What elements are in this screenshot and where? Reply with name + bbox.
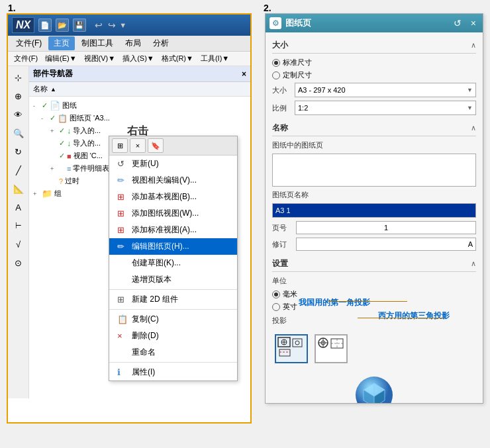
menu-analysis[interactable]: 分析 (148, 36, 174, 50)
section-name-title: 名称 (272, 122, 288, 134)
unit-mm-radio[interactable] (272, 291, 280, 298)
nav-item-sheet[interactable]: - ✓ 📋 图纸页 'A3... (32, 112, 248, 124)
section-size-header[interactable]: 大小 ∧ (272, 38, 476, 54)
sub-view[interactable]: 视图(V)▼ (81, 53, 119, 64)
dim-tool[interactable]: ⊢ (10, 217, 27, 234)
save-icon[interactable]: 💾 (73, 19, 86, 32)
ctx-item-rename[interactable]: 重命名 (109, 344, 237, 361)
expand-sheet: - (41, 115, 48, 122)
drawing-close-btn[interactable]: × (468, 18, 479, 28)
label-group: 组 (54, 189, 62, 199)
text-tool[interactable]: A (10, 199, 27, 216)
radio-standard-row: 标准尺寸 (272, 58, 476, 67)
redo-btn[interactable]: ↪ (106, 19, 118, 31)
ctx-item-create-sketch[interactable]: 创建草图(K)... (109, 255, 237, 271)
sheet-name-input[interactable]: A3 1 (272, 203, 476, 218)
size-select-value: A3 - 297 x 420 (298, 86, 346, 94)
ctx-label-new-2d: 新建 2D 组件 (132, 294, 178, 305)
nx-submenubar: 文件(F) 编辑(E)▼ 视图(V)▼ 插入(S)▼ 格式(R)▼ 工具(I)▼ (8, 52, 250, 66)
ctx-icon-update: ↺ (117, 159, 128, 169)
ctx-sep3 (109, 362, 237, 363)
ctx-item-update[interactable]: ↺ 更新(U) (109, 156, 237, 172)
nx-titlebar: NX 📄 📂 💾 ↩ ↪ ▼ (8, 15, 250, 36)
drawing-title-text: 图纸页 (285, 17, 447, 29)
context-menu: ⊞ × 🔖 ↺ 更新(U) ✏ 视图相关编辑(V)... ⊞ 添加基本视图(B)… (109, 136, 238, 381)
projection-label: 投影 (272, 316, 287, 326)
snap-tool[interactable]: ⊕ (10, 87, 27, 105)
sort-arrow: ▲ (50, 86, 56, 93)
icon-bom: ≡ (67, 165, 71, 173)
annotation-third-angle: 西方用的第三角投影 (378, 310, 450, 322)
section-settings-header[interactable]: 设置 ∧ (272, 256, 476, 272)
ctx-item-add-base-view[interactable]: ⊞ 添加基本视图(B)... (109, 189, 237, 205)
drawing-name-input[interactable] (272, 154, 476, 187)
section-size-title: 大小 (272, 40, 288, 51)
radio-custom-row: 定制尺寸 (272, 70, 476, 80)
proj-third-angle[interactable] (315, 334, 348, 363)
scale-form-row: 比例 1:2 ▼ (272, 101, 476, 115)
sub-tools[interactable]: 工具(I)▼ (197, 53, 232, 64)
undo-btn[interactable]: ↩ (93, 19, 105, 31)
sub-file[interactable]: 文件(F) (11, 53, 41, 64)
ctx-item-properties[interactable]: ℹ 属性(I) (109, 364, 237, 381)
radio-custom-label: 定制尺寸 (283, 70, 312, 80)
ctx-toolbar: ⊞ × 🔖 (109, 136, 237, 156)
radio-custom[interactable] (272, 71, 280, 79)
rotate-tool[interactable]: ↻ (10, 143, 27, 160)
ctx-item-delete[interactable]: × 删除(D) (109, 328, 237, 344)
radio-standard[interactable] (272, 59, 280, 67)
icon-group: 📁 (42, 189, 52, 199)
menu-drawing-tools[interactable]: 制图工具 (76, 36, 119, 50)
ctx-item-view-edit[interactable]: ✏ 视图相关编辑(V)... (109, 172, 237, 189)
open-icon[interactable]: 📂 (56, 19, 69, 32)
measure-tool[interactable]: 📐 (10, 180, 27, 197)
section-name-header[interactable]: 名称 ∧ (272, 120, 476, 136)
ctx-tool-grid[interactable]: ⊞ (112, 138, 128, 153)
size-select[interactable]: A3 - 297 x 420 ▼ (295, 83, 476, 97)
sub-format[interactable]: 格式(R)▼ (158, 53, 197, 64)
menu-layout[interactable]: 布局 (120, 36, 146, 50)
check-tool[interactable]: √ (10, 236, 27, 253)
sub-insert[interactable]: 插入(S)▼ (119, 53, 158, 64)
proj-first-angle[interactable] (275, 334, 308, 363)
ctx-tool-bookmark[interactable]: 🔖 (148, 138, 164, 153)
ctx-label-properties: 属性(I) (132, 367, 155, 378)
nav-item-drawings[interactable]: - ✓ 📄 图纸 (32, 99, 248, 112)
line-tool[interactable]: ╱ (10, 161, 27, 179)
view-tool[interactable]: 👁 (10, 106, 27, 123)
ctx-tool-close[interactable]: × (130, 138, 146, 153)
ctx-icon-add-base: ⊞ (117, 192, 128, 202)
check-import1: ✓ (59, 126, 65, 135)
navigator-close-btn[interactable]: × (242, 69, 246, 79)
icon-sheet: 📋 (58, 114, 68, 123)
menu-home[interactable]: 主页 (48, 36, 75, 50)
scale-select[interactable]: 1:2 ▼ (295, 101, 476, 115)
bottom-3d-area (272, 375, 476, 403)
ctx-item-add-drawing-view[interactable]: ⊞ 添加图纸视图(W)... (109, 205, 237, 222)
ctx-item-copy[interactable]: 📋 复制(C) (109, 311, 237, 328)
drawing-refresh-btn[interactable]: ↺ (451, 18, 464, 28)
unit-inch-radio[interactable] (272, 303, 280, 311)
zoom-tool[interactable]: 🔍 (10, 124, 27, 142)
section-settings-arrow: ∧ (471, 259, 476, 268)
new-icon[interactable]: 📄 (38, 19, 52, 32)
size-label: 大小 (272, 85, 291, 95)
menu-file[interactable]: 文件(F) (11, 36, 47, 50)
ctx-item-new-2d[interactable]: ⊞ 新建 2D 组件 (109, 291, 237, 308)
ctx-item-increment-page[interactable]: 递增页版本 (109, 271, 237, 288)
ctx-item-add-std-view[interactable]: ⊞ 添加标准视图(A)... (109, 222, 237, 238)
ctx-item-edit-sheet[interactable]: ✏ 编辑图纸页(H)... (109, 238, 237, 255)
page-num-input[interactable]: 1 (296, 221, 476, 234)
step-label-2: 2. (264, 3, 271, 13)
settings-icon: ⚙ (272, 19, 279, 28)
revision-input[interactable]: A (296, 238, 476, 251)
select-tool[interactable]: ⊹ (10, 69, 27, 86)
revision-value: A (468, 240, 473, 248)
sub-edit[interactable]: 编辑(E)▼ (42, 53, 80, 64)
scale-select-arrow: ▼ (467, 105, 473, 111)
target-tool[interactable]: ⊙ (10, 254, 27, 271)
ctx-label-view-edit: 视图相关编辑(V)... (132, 175, 197, 186)
ctx-icon-view-edit: ✏ (117, 175, 128, 185)
annotation-arrow-first (328, 301, 407, 302)
sheet-name-value: A3 1 (275, 206, 291, 214)
